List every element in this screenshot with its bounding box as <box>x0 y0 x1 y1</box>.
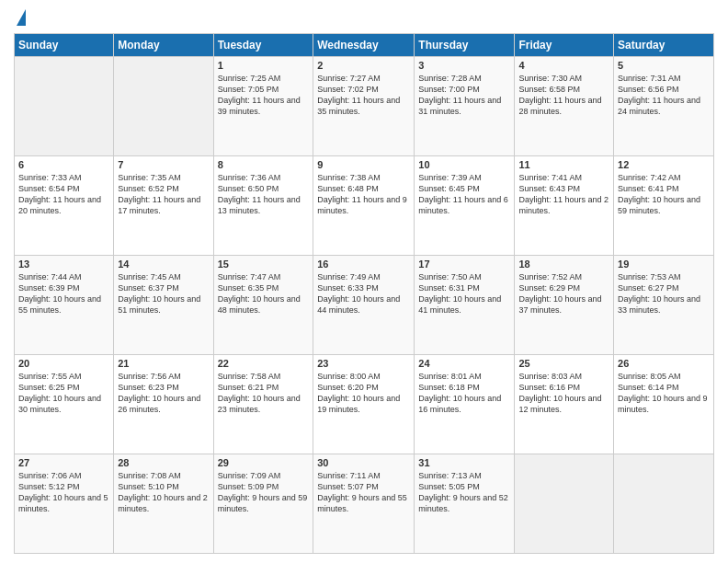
calendar-week-1: 1Sunrise: 7:25 AMSunset: 7:05 PMDaylight… <box>15 57 714 156</box>
day-number: 29 <box>218 457 310 468</box>
calendar-cell: 12Sunrise: 7:42 AMSunset: 6:41 PMDayligh… <box>614 156 714 256</box>
day-number: 10 <box>418 159 510 170</box>
day-number: 8 <box>218 159 310 170</box>
calendar-cell: 2Sunrise: 7:27 AMSunset: 7:02 PMDaylight… <box>313 57 415 156</box>
calendar-cell: 7Sunrise: 7:35 AMSunset: 6:52 PMDaylight… <box>114 156 213 256</box>
day-number: 28 <box>118 457 209 468</box>
day-info: Sunrise: 7:42 AMSunset: 6:41 PMDaylight:… <box>618 172 710 217</box>
calendar-table: SundayMondayTuesdayWednesdayThursdayFrid… <box>14 33 714 554</box>
calendar-cell: 8Sunrise: 7:36 AMSunset: 6:50 PMDaylight… <box>213 156 313 256</box>
calendar-cell: 29Sunrise: 7:09 AMSunset: 5:09 PMDayligh… <box>213 454 313 554</box>
calendar-cell: 26Sunrise: 8:05 AMSunset: 6:14 PMDayligh… <box>614 355 714 454</box>
calendar-cell: 5Sunrise: 7:31 AMSunset: 6:56 PMDaylight… <box>614 57 714 156</box>
header-day-friday: Friday <box>515 34 614 57</box>
calendar-cell: 31Sunrise: 7:13 AMSunset: 5:05 PMDayligh… <box>415 454 515 554</box>
calendar-cell: 30Sunrise: 7:11 AMSunset: 5:07 PMDayligh… <box>313 454 415 554</box>
day-number: 2 <box>317 60 410 71</box>
day-info: Sunrise: 7:35 AMSunset: 6:52 PMDaylight:… <box>118 172 209 217</box>
calendar-cell: 6Sunrise: 7:33 AMSunset: 6:54 PMDaylight… <box>15 156 114 256</box>
header-day-sunday: Sunday <box>15 34 114 57</box>
day-info: Sunrise: 7:06 AMSunset: 5:12 PMDaylight:… <box>18 470 109 515</box>
day-info: Sunrise: 7:41 AMSunset: 6:43 PMDaylight:… <box>518 172 609 217</box>
day-number: 23 <box>317 358 410 369</box>
calendar-cell: 23Sunrise: 8:00 AMSunset: 6:20 PMDayligh… <box>313 355 415 454</box>
day-number: 5 <box>618 60 710 71</box>
day-number: 11 <box>518 159 609 170</box>
calendar-cell: 19Sunrise: 7:53 AMSunset: 6:27 PMDayligh… <box>614 256 714 355</box>
day-info: Sunrise: 7:55 AMSunset: 6:25 PMDaylight:… <box>18 371 109 416</box>
day-info: Sunrise: 8:00 AMSunset: 6:20 PMDaylight:… <box>317 371 410 416</box>
calendar-cell: 3Sunrise: 7:28 AMSunset: 7:00 PMDaylight… <box>415 57 515 156</box>
calendar-cell <box>15 57 114 156</box>
day-info: Sunrise: 7:50 AMSunset: 6:31 PMDaylight:… <box>418 271 510 316</box>
day-number: 17 <box>418 259 510 270</box>
header-day-saturday: Saturday <box>614 34 714 57</box>
calendar-cell: 27Sunrise: 7:06 AMSunset: 5:12 PMDayligh… <box>15 454 114 554</box>
day-info: Sunrise: 7:38 AMSunset: 6:48 PMDaylight:… <box>317 172 410 217</box>
day-number: 6 <box>18 159 109 170</box>
day-info: Sunrise: 7:52 AMSunset: 6:29 PMDaylight:… <box>518 271 609 316</box>
calendar-cell: 9Sunrise: 7:38 AMSunset: 6:48 PMDaylight… <box>313 156 415 256</box>
calendar-cell: 14Sunrise: 7:45 AMSunset: 6:37 PMDayligh… <box>114 256 213 355</box>
day-info: Sunrise: 7:30 AMSunset: 6:58 PMDaylight:… <box>518 73 609 118</box>
day-number: 4 <box>518 60 609 71</box>
calendar-cell: 20Sunrise: 7:55 AMSunset: 6:25 PMDayligh… <box>15 355 114 454</box>
day-number: 22 <box>218 358 310 369</box>
day-info: Sunrise: 7:44 AMSunset: 6:39 PMDaylight:… <box>18 271 109 316</box>
day-info: Sunrise: 7:08 AMSunset: 5:10 PMDaylight:… <box>118 470 209 515</box>
day-number: 20 <box>18 358 109 369</box>
day-info: Sunrise: 8:03 AMSunset: 6:16 PMDaylight:… <box>518 371 609 416</box>
calendar-cell <box>614 454 714 554</box>
logo <box>14 9 26 26</box>
calendar-header-row: SundayMondayTuesdayWednesdayThursdayFrid… <box>15 34 714 57</box>
calendar-cell: 4Sunrise: 7:30 AMSunset: 6:58 PMDaylight… <box>515 57 614 156</box>
day-number: 7 <box>118 159 209 170</box>
calendar-cell: 24Sunrise: 8:01 AMSunset: 6:18 PMDayligh… <box>415 355 515 454</box>
calendar-cell: 18Sunrise: 7:52 AMSunset: 6:29 PMDayligh… <box>515 256 614 355</box>
calendar-cell: 17Sunrise: 7:50 AMSunset: 6:31 PMDayligh… <box>415 256 515 355</box>
header-day-monday: Monday <box>114 34 213 57</box>
day-info: Sunrise: 7:31 AMSunset: 6:56 PMDaylight:… <box>618 73 710 118</box>
page-header <box>14 9 714 26</box>
day-info: Sunrise: 7:09 AMSunset: 5:09 PMDaylight:… <box>218 470 310 515</box>
day-number: 13 <box>18 259 109 270</box>
calendar-cell <box>515 454 614 554</box>
day-info: Sunrise: 7:56 AMSunset: 6:23 PMDaylight:… <box>118 371 209 416</box>
header-day-tuesday: Tuesday <box>213 34 313 57</box>
calendar-week-3: 13Sunrise: 7:44 AMSunset: 6:39 PMDayligh… <box>15 256 714 355</box>
day-info: Sunrise: 7:58 AMSunset: 6:21 PMDaylight:… <box>218 371 310 416</box>
day-number: 16 <box>317 259 410 270</box>
calendar-cell: 25Sunrise: 8:03 AMSunset: 6:16 PMDayligh… <box>515 355 614 454</box>
calendar-week-5: 27Sunrise: 7:06 AMSunset: 5:12 PMDayligh… <box>15 454 714 554</box>
day-info: Sunrise: 7:11 AMSunset: 5:07 PMDaylight:… <box>317 470 410 515</box>
calendar-cell: 10Sunrise: 7:39 AMSunset: 6:45 PMDayligh… <box>415 156 515 256</box>
day-info: Sunrise: 7:33 AMSunset: 6:54 PMDaylight:… <box>18 172 109 217</box>
day-info: Sunrise: 7:39 AMSunset: 6:45 PMDaylight:… <box>418 172 510 217</box>
logo-triangle-icon <box>17 9 26 26</box>
day-number: 24 <box>418 358 510 369</box>
calendar-cell <box>114 57 213 156</box>
day-number: 27 <box>18 457 109 468</box>
day-number: 26 <box>618 358 710 369</box>
day-number: 30 <box>317 457 410 468</box>
day-number: 14 <box>118 259 209 270</box>
header-day-thursday: Thursday <box>415 34 515 57</box>
day-info: Sunrise: 7:28 AMSunset: 7:00 PMDaylight:… <box>418 73 510 118</box>
calendar-week-4: 20Sunrise: 7:55 AMSunset: 6:25 PMDayligh… <box>15 355 714 454</box>
day-info: Sunrise: 7:45 AMSunset: 6:37 PMDaylight:… <box>118 271 209 316</box>
day-number: 9 <box>317 159 410 170</box>
day-number: 19 <box>618 259 710 270</box>
day-info: Sunrise: 7:25 AMSunset: 7:05 PMDaylight:… <box>218 73 310 118</box>
day-info: Sunrise: 7:13 AMSunset: 5:05 PMDaylight:… <box>418 470 510 515</box>
calendar-week-2: 6Sunrise: 7:33 AMSunset: 6:54 PMDaylight… <box>15 156 714 256</box>
day-info: Sunrise: 7:49 AMSunset: 6:33 PMDaylight:… <box>317 271 410 316</box>
day-number: 31 <box>418 457 510 468</box>
calendar-cell: 15Sunrise: 7:47 AMSunset: 6:35 PMDayligh… <box>213 256 313 355</box>
header-day-wednesday: Wednesday <box>313 34 415 57</box>
day-number: 1 <box>218 60 310 71</box>
day-info: Sunrise: 7:47 AMSunset: 6:35 PMDaylight:… <box>218 271 310 316</box>
calendar-cell: 22Sunrise: 7:58 AMSunset: 6:21 PMDayligh… <box>213 355 313 454</box>
day-number: 18 <box>518 259 609 270</box>
calendar-cell: 16Sunrise: 7:49 AMSunset: 6:33 PMDayligh… <box>313 256 415 355</box>
day-number: 15 <box>218 259 310 270</box>
